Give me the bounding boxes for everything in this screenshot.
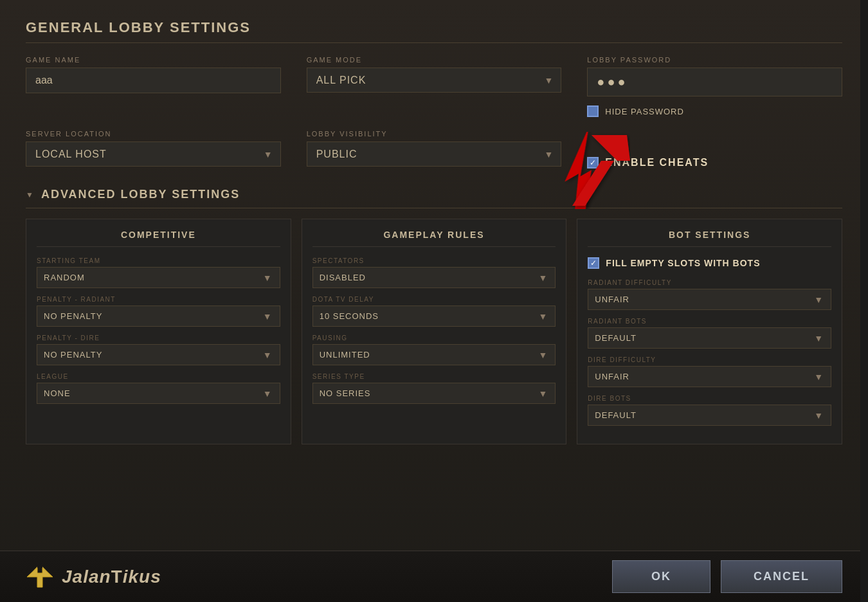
pausing-field: PAUSING UNLIMITED LIMITED DISABLED ▼ [312, 334, 556, 365]
game-mode-select-wrapper[interactable]: ALL PICK CAPTAINS MODE RANDOM DRAFT SING… [307, 68, 562, 93]
league-label: LEAGUE [37, 373, 280, 380]
dota-tv-delay-field: DOTA TV DELAY 10 SECONDS 2 MINUTES DISAB… [312, 296, 556, 327]
fill-bots-checkbox[interactable] [588, 257, 599, 269]
dire-bots-field: DIRE BOTS DEFAULT CUSTOM ▼ [588, 395, 831, 426]
lobby-password-group: LOBBY PASSWORD ●●● Hide Password [587, 56, 842, 117]
dota-tv-delay-label: DOTA TV DELAY [312, 296, 556, 303]
dire-bots-select-wrapper[interactable]: DEFAULT CUSTOM ▼ [588, 405, 831, 426]
penalty-dire-select-wrapper[interactable]: NO PENALTY LOW PENALTY HIGH PENALTY ▼ [37, 344, 280, 365]
hide-password-row: Hide Password [587, 105, 842, 117]
starting-team-select[interactable]: RANDOM RADIANT DIRE [37, 268, 280, 287]
ok-button[interactable]: OK [612, 560, 710, 593]
penalty-radiant-select[interactable]: NO PENALTY LOW PENALTY HIGH PENALTY [37, 306, 280, 326]
logo-icon [26, 565, 54, 588]
enable-cheats-group: ENABLE CHEATS [587, 130, 842, 169]
series-type-select-wrapper[interactable]: NO SERIES BEST OF 3 BEST OF 5 ▼ [312, 383, 556, 404]
hide-password-label: Hide Password [605, 107, 684, 116]
radiant-bots-label: RADIANT BOTS [588, 318, 831, 325]
league-field: LEAGUE NONE LEAGUE 1 ▼ [37, 373, 280, 404]
enable-cheats-checkbox[interactable] [587, 157, 599, 169]
pausing-select-wrapper[interactable]: UNLIMITED LIMITED DISABLED ▼ [312, 344, 556, 365]
penalty-radiant-select-wrapper[interactable]: NO PENALTY LOW PENALTY HIGH PENALTY ▼ [37, 306, 280, 327]
logo-area: JalanTikus [26, 565, 161, 588]
lobby-visibility-select-wrapper[interactable]: PUBLIC FRIENDS ONLY PRIVATE ▼ [307, 141, 562, 167]
game-mode-group: GAME MODE ALL PICK CAPTAINS MODE RANDOM … [307, 56, 562, 117]
pausing-label: PAUSING [312, 334, 556, 342]
logo-text: JalanTikus [62, 567, 161, 587]
lobby-visibility-select[interactable]: PUBLIC FRIENDS ONLY PRIVATE [307, 142, 561, 166]
penalty-radiant-field: PENALTY - RADIANT NO PENALTY LOW PENALTY… [37, 296, 280, 327]
penalty-radiant-label: PENALTY - RADIANT [37, 296, 280, 303]
enable-cheats-row: ENABLE CHEATS [587, 157, 842, 169]
starting-team-select-wrapper[interactable]: RANDOM RADIANT DIRE ▼ [37, 267, 280, 288]
top-settings: GAME NAME GAME MODE ALL PICK CAPTAINS MO… [26, 56, 842, 169]
gameplay-panel: GAMEPLAY RULES SPECTATORS DISABLED ENABL… [302, 219, 567, 444]
server-location-select[interactable]: LOCAL HOST US EAST US WEST EUROPE [26, 142, 280, 166]
radiant-difficulty-label: RADIANT DIFFICULTY [588, 279, 831, 286]
dota-tv-delay-select[interactable]: 10 SECONDS 2 MINUTES DISABLED [313, 306, 556, 326]
dire-bots-select[interactable]: DEFAULT CUSTOM [588, 405, 831, 425]
advanced-title: ▼ ADVANCED LOBBY SETTINGS [26, 188, 842, 208]
bot-settings-panel-title: BOT SETTINGS [588, 230, 831, 247]
game-mode-select[interactable]: ALL PICK CAPTAINS MODE RANDOM DRAFT SING… [307, 68, 561, 92]
fill-bots-row: FILL EMPTY SLOTS WITH BOTS [588, 257, 831, 269]
radiant-bots-field: RADIANT BOTS DEFAULT CUSTOM ▼ [588, 318, 831, 349]
starting-team-field: STARTING TEAM RANDOM RADIANT DIRE ▼ [37, 257, 280, 288]
radiant-bots-select-wrapper[interactable]: DEFAULT CUSTOM ▼ [588, 327, 831, 349]
radiant-bots-select[interactable]: DEFAULT CUSTOM [588, 328, 831, 348]
footer-buttons: OK CANCEL [612, 560, 842, 593]
dire-difficulty-select[interactable]: UNFAIR EASY MEDIUM HARD [588, 367, 831, 387]
competitive-panel: COMPETITIVE STARTING TEAM RANDOM RADIANT… [26, 219, 291, 444]
lobby-password-label: LOBBY PASSWORD [587, 56, 842, 64]
penalty-dire-field: PENALTY - DIRE NO PENALTY LOW PENALTY HI… [37, 334, 280, 365]
spectators-select-wrapper[interactable]: DISABLED ENABLED ▼ [312, 267, 556, 288]
lobby-visibility-label: LOBBY VISIBILITY [307, 130, 562, 138]
dire-difficulty-label: DIRE DIFFICULTY [588, 356, 831, 363]
series-type-label: SERIES TYPE [312, 373, 556, 380]
series-type-field: SERIES TYPE NO SERIES BEST OF 3 BEST OF … [312, 373, 556, 404]
enable-cheats-label: ENABLE CHEATS [605, 157, 709, 169]
dire-bots-label: DIRE BOTS [588, 395, 831, 402]
game-name-label: GAME NAME [26, 56, 281, 64]
competitive-panel-title: COMPETITIVE [37, 230, 280, 247]
radiant-difficulty-select[interactable]: UNFAIR EASY MEDIUM HARD [588, 289, 831, 309]
footer: JalanTikus OK CANCEL [0, 551, 868, 602]
jalantikus-logo-icon [26, 565, 54, 588]
league-select-wrapper[interactable]: NONE LEAGUE 1 ▼ [37, 383, 280, 404]
radiant-difficulty-select-wrapper[interactable]: UNFAIR EASY MEDIUM HARD ▼ [588, 289, 831, 310]
panels-row: COMPETITIVE STARTING TEAM RANDOM RADIANT… [26, 219, 842, 444]
league-select[interactable]: NONE LEAGUE 1 [37, 383, 280, 403]
page-title: GENERAL LOBBY SETTINGS [26, 19, 842, 43]
dire-difficulty-select-wrapper[interactable]: UNFAIR EASY MEDIUM HARD ▼ [588, 366, 831, 387]
cancel-button[interactable]: CANCEL [721, 560, 842, 593]
starting-team-label: STARTING TEAM [37, 257, 280, 264]
scrollbar[interactable] [860, 0, 868, 602]
lobby-password-dots: ●●● [587, 68, 842, 96]
server-location-group: SERVER LOCATION LOCAL HOST US EAST US WE… [26, 130, 281, 169]
fill-bots-label: FILL EMPTY SLOTS WITH BOTS [606, 258, 760, 268]
lobby-visibility-group: LOBBY VISIBILITY PUBLIC FRIENDS ONLY PRI… [307, 130, 562, 169]
spectators-field: SPECTATORS DISABLED ENABLED ▼ [312, 257, 556, 288]
hide-password-checkbox[interactable] [587, 105, 599, 117]
bot-settings-panel: BOT SETTINGS FILL EMPTY SLOTS WITH BOTS … [577, 219, 842, 444]
game-mode-label: GAME MODE [307, 56, 562, 64]
series-type-select[interactable]: NO SERIES BEST OF 3 BEST OF 5 [313, 383, 556, 403]
dota-tv-delay-select-wrapper[interactable]: 10 SECONDS 2 MINUTES DISABLED ▼ [312, 306, 556, 327]
advanced-collapse-icon[interactable]: ▼ [26, 190, 35, 199]
game-name-group: GAME NAME [26, 56, 281, 117]
game-name-input[interactable] [26, 68, 281, 93]
server-location-select-wrapper[interactable]: LOCAL HOST US EAST US WEST EUROPE ▼ [26, 141, 281, 167]
penalty-dire-select[interactable]: NO PENALTY LOW PENALTY HIGH PENALTY [37, 345, 280, 365]
spectators-select[interactable]: DISABLED ENABLED [313, 268, 556, 287]
pausing-select[interactable]: UNLIMITED LIMITED DISABLED [313, 345, 556, 365]
advanced-title-text: ADVANCED LOBBY SETTINGS [41, 188, 240, 201]
server-location-label: SERVER LOCATION [26, 130, 281, 138]
penalty-dire-label: PENALTY - DIRE [37, 334, 280, 342]
dire-difficulty-field: DIRE DIFFICULTY UNFAIR EASY MEDIUM HARD … [588, 356, 831, 387]
advanced-section: ▼ ADVANCED LOBBY SETTINGS COMPETITIVE ST… [26, 188, 842, 444]
radiant-difficulty-field: RADIANT DIFFICULTY UNFAIR EASY MEDIUM HA… [588, 279, 831, 310]
gameplay-panel-title: GAMEPLAY RULES [312, 230, 556, 247]
main-container: GENERAL LOBBY SETTINGS GAME NAME GAME MO… [0, 0, 868, 602]
spectators-label: SPECTATORS [312, 257, 556, 264]
